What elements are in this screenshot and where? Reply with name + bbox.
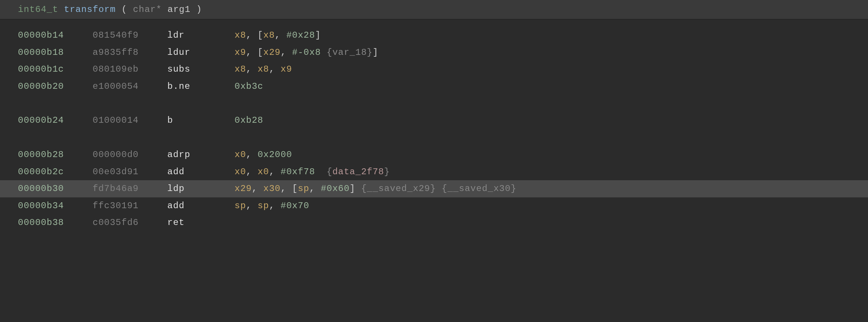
- address-column: 00000b18: [18, 44, 93, 61]
- mnemonic-column: add: [167, 197, 235, 215]
- operand-token-reg: x8: [258, 64, 269, 74]
- bytes-column: fd7b46a9: [93, 180, 167, 197]
- operand-token-punct: [321, 47, 326, 57]
- operand-token-punct: [436, 184, 441, 194]
- operands-column: 0xb3c: [235, 78, 850, 95]
- mnemonic-column: b.ne: [167, 78, 235, 95]
- address-column: 00000b38: [18, 214, 93, 231]
- address-column: 00000b24: [18, 112, 93, 129]
- operand-token-punct: ,: [246, 167, 258, 177]
- disassembly-line[interactable]: 00000b30fd7b46a9ldpx29, x30, [sp, #0x60]…: [0, 180, 868, 197]
- disassembly-line[interactable]: 00000b18a9835ff8ldurx9, [x29, #-0x8 {var…: [0, 44, 868, 61]
- operand-token-num: 0xb3c: [235, 81, 263, 91]
- operand-token-punct: ]: [373, 47, 378, 57]
- return-type: int64_t: [18, 4, 58, 15]
- disassembly-line[interactable]: 00000b2401000014b0xb28: [0, 112, 868, 129]
- mnemonic-column: adrp: [167, 146, 235, 163]
- mnemonic-column: ldur: [167, 44, 235, 61]
- operand-token-reg: sp: [258, 201, 269, 211]
- operand-token-punct: ,: [252, 184, 263, 194]
- blank-line: [0, 129, 868, 146]
- bytes-column: c0035fd6: [93, 214, 167, 231]
- param-name: arg1: [168, 4, 191, 15]
- disassembly-body: 00000b14081540f9ldrx8, [x8, #0x28]00000b…: [0, 19, 868, 231]
- operand-token-reg: x29: [235, 184, 252, 194]
- operand-token-reg: x29: [263, 47, 280, 57]
- disassembly-line[interactable]: 00000b28000000d0adrpx0, 0x2000: [0, 146, 868, 163]
- operand-token-punct: , [: [246, 30, 263, 40]
- operand-token-reg: x8: [235, 30, 246, 40]
- mnemonic-column: subs: [167, 61, 235, 78]
- operand-token-reg: x30: [263, 184, 280, 194]
- address-column: 00000b1c: [18, 61, 93, 78]
- disassembly-line[interactable]: 00000b14081540f9ldrx8, [x8, #0x28]: [0, 27, 868, 44]
- blank-line: [0, 95, 868, 112]
- operands-column: 0xb28: [235, 112, 850, 129]
- operand-token-punct: ,: [275, 30, 286, 40]
- operand-token-punct: ,: [309, 184, 321, 194]
- operand-token-punct: ]: [315, 30, 321, 40]
- operand-token-num: #0x60: [321, 184, 350, 194]
- operands-column: x0, 0x2000: [235, 146, 850, 163]
- mnemonic-column: add: [167, 163, 235, 181]
- open-paren: (: [121, 4, 127, 15]
- address-column: 00000b34: [18, 197, 93, 215]
- disassembly-line[interactable]: 00000b34ffc30191addsp, sp, #0x70: [0, 197, 868, 215]
- operand-token-punct: ,: [246, 201, 258, 211]
- operand-token-punct: , [: [246, 47, 263, 57]
- operands-column: x9, [x29, #-0x8 {var_18}]: [235, 44, 850, 61]
- operand-token-data-ref: data_2f78: [332, 167, 384, 177]
- close-paren: ): [196, 4, 202, 15]
- bytes-column: 00e03d91: [93, 163, 167, 181]
- bytes-column: 01000014: [93, 112, 167, 129]
- operands-column: [235, 214, 850, 231]
- operand-token-brace-var: {: [326, 167, 332, 177]
- operand-token-brace-var: {var_18}: [326, 47, 372, 57]
- operands-column: sp, sp, #0x70: [235, 197, 850, 215]
- operand-token-brace-var: {__saved_x30}: [442, 184, 517, 194]
- operand-token-num: #-0x8: [292, 47, 321, 57]
- disassembly-line[interactable]: 00000b1c080109ebsubsx8, x8, x9: [0, 61, 868, 78]
- disassembly-line[interactable]: 00000b38c0035fd6ret: [0, 214, 868, 231]
- operand-token-num: #0xf78: [280, 167, 315, 177]
- operand-token-brace-var: }: [384, 167, 390, 177]
- bytes-column: a9835ff8: [93, 44, 167, 61]
- operand-token-reg: x0: [235, 167, 246, 177]
- operand-token-punct: ,: [269, 64, 280, 74]
- operand-token-reg: x9: [280, 64, 292, 74]
- operands-column: x0, x0, #0xf78 {data_2f78}: [235, 163, 850, 181]
- operand-token-punct: ,: [269, 201, 280, 211]
- operands-column: x29, x30, [sp, #0x60] {__saved_x29} {__s…: [235, 180, 850, 197]
- function-name[interactable]: transform: [64, 4, 116, 15]
- operand-token-brace-var: {__saved_x29}: [361, 184, 436, 194]
- bytes-column: e1000054: [93, 78, 167, 95]
- operand-token-num: #0x28: [286, 30, 315, 40]
- address-column: 00000b14: [18, 27, 93, 44]
- bytes-column: ffc30191: [93, 197, 167, 215]
- operand-token-num: #0x70: [280, 201, 309, 211]
- operand-token-reg: sp: [298, 184, 309, 194]
- function-signature-header: int64_t transform ( char* arg1 ): [0, 0, 868, 19]
- disassembly-line[interactable]: 00000b2c00e03d91addx0, x0, #0xf78 {data_…: [0, 163, 868, 181]
- operand-token-reg: sp: [235, 201, 246, 211]
- operand-token-punct: ,: [280, 47, 292, 57]
- bytes-column: 080109eb: [93, 61, 167, 78]
- mnemonic-column: ldr: [167, 27, 235, 44]
- operand-token-punct: ]: [350, 184, 361, 194]
- param-type: char*: [133, 4, 162, 15]
- bytes-column: 000000d0: [93, 146, 167, 163]
- operand-token-punct: ,: [269, 167, 280, 177]
- operand-token-num: 0xb28: [235, 115, 263, 125]
- disassembly-line[interactable]: 00000b20e1000054b.ne0xb3c: [0, 78, 868, 95]
- bytes-column: 081540f9: [93, 27, 167, 44]
- operand-token-punct: , [: [280, 184, 298, 194]
- mnemonic-column: ret: [167, 214, 235, 231]
- operand-token-reg: x0: [235, 150, 246, 160]
- address-column: 00000b28: [18, 146, 93, 163]
- operand-token-reg: x8: [235, 64, 246, 74]
- operands-column: x8, x8, x9: [235, 61, 850, 78]
- mnemonic-column: b: [167, 112, 235, 129]
- mnemonic-column: ldp: [167, 180, 235, 197]
- address-column: 00000b2c: [18, 163, 93, 181]
- operand-token-punct: ,: [246, 64, 258, 74]
